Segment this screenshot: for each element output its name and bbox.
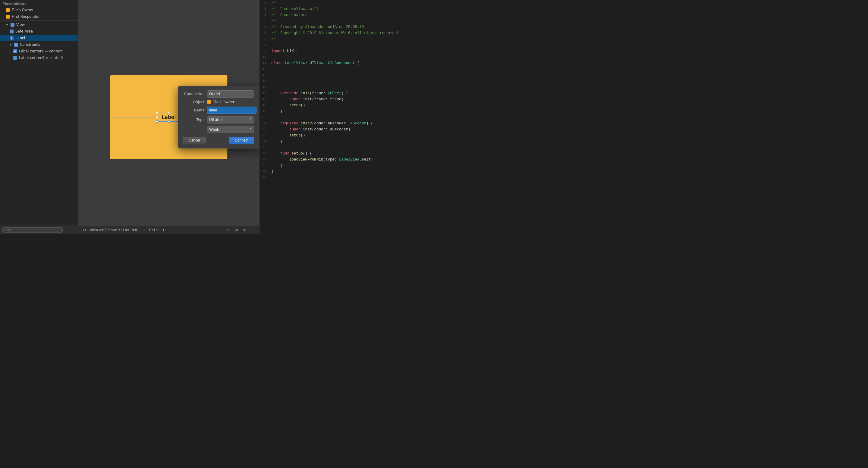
line-content-23: setup() [270,133,434,138]
outlet-dialog: Connection Outlet ⌃ Object File's Owner … [178,86,259,148]
handle-mid-left[interactable] [156,116,158,118]
object-label: Object [183,100,205,104]
connection-select[interactable]: Outlet ⌃ [207,90,254,98]
sidebar-item-view[interactable]: ▼ View [0,22,78,28]
line-content-9: import UIKit [270,48,434,54]
code-token [271,103,289,107]
code-token [271,152,280,156]
line-number-27: 27 [259,157,270,162]
canvas-bottom-bar: ⊡ View as: iPhone Xr (⌘C ⌘R) − 100 % + ⟳… [79,226,259,234]
code-token: // Copyright © 2019 Alexander Weiß. All … [271,31,400,35]
view-as-label: View as: iPhone Xr (⌘C ⌘R) [90,228,138,232]
code-line-7: 7// [259,36,434,42]
filter-input[interactable] [2,227,63,233]
svg-rect-1 [16,44,16,46]
line-number-5: 5 [259,24,270,30]
line-number-12: 12 [259,66,270,72]
code-line-24: 24 } [259,138,434,144]
code-token: class [271,61,285,65]
code-token: (frame: [310,91,328,96]
line-number-16: 16 [259,90,270,96]
connection-value: Outlet [209,92,220,96]
line-number-7: 7 [259,36,270,41]
code-token [271,73,280,77]
line-number-29: 29 [259,169,270,174]
code-token: // [271,37,278,41]
line-number-21: 21 [259,121,270,126]
cancel-button[interactable]: Cancel [183,137,206,144]
code-panel: 1// 2// FeatureView.swift3// Coordinator… [259,0,434,234]
code-token: UIView [310,61,323,65]
main-layout: Placeholders File's Owner First Responde… [0,0,434,234]
disclosure-arrow-2: ▼ [10,43,12,46]
name-input[interactable] [207,107,256,114]
code-line-25: 25 [259,144,434,151]
dialog-buttons: Cancel Connect [183,137,254,144]
safe-area-icon [10,30,13,33]
canvas-tool-2[interactable]: ⊞ [233,227,239,233]
code-token: .init(frame: frame) [301,97,344,101]
code-token: LabelView [285,61,305,65]
handle-top-left[interactable] [156,112,158,114]
code-token: setup [289,133,301,138]
line-number-28: 28 [259,163,270,168]
connect-button[interactable]: Connect [229,137,254,144]
canvas-layout-icon[interactable]: ⊡ [82,227,87,233]
constraint-cx-icon [13,56,17,60]
sidebar-item-files-owner[interactable]: File's Owner [0,7,78,13]
code-line-28: 28 } [259,163,434,169]
zoom-in-button[interactable]: + [160,227,166,233]
line-number-10: 10 [259,54,270,60]
handle-top-mid[interactable] [168,112,170,114]
name-row: Name [183,107,254,114]
line-content-16: override init(frame: CGRect) { [270,90,434,96]
code-token: : [305,61,310,65]
sidebar-item-safe-area[interactable]: Safe Area [0,28,78,35]
line-number-4: 4 [259,18,270,24]
code-editor[interactable]: 1// 2// FeatureView.swift3// Coordinator… [259,0,434,234]
code-token: init? [301,121,312,126]
storage-select[interactable]: Weak ⌃ [207,126,254,133]
code-token: } [271,109,283,113]
canvas-tool-1[interactable]: ⟳ [225,227,231,233]
line-number-20: 20 [259,114,270,120]
object-value-row: File's Owner [207,100,254,104]
code-token: setup [289,103,301,107]
line-number-11: 11 [259,60,270,66]
constraints-label: Constraints [20,42,40,47]
code-token: setup [292,152,303,156]
code-token: // Created by Alexander Weiß on 25.05.19… [271,25,366,29]
storage-row: Weak ⌃ [183,126,254,133]
object-row: Object File's Owner [183,100,254,104]
line-content-6: // Copyright © 2019 Alexander Weiß. All … [270,30,434,36]
sidebar-item-constraint-cy[interactable]: Label.centerY = centerY [0,48,78,55]
line-number-23: 23 [259,133,270,138]
code-line-27: 27 loadViewFromNib(type: LabelView.self) [259,157,434,163]
code-token: // FeatureView.swift [271,7,319,11]
code-token: (coder aDecoder: [312,121,350,126]
handle-bottom-mid[interactable] [168,121,170,123]
line-content-22: super.init(coder: aDecoder) [270,127,434,133]
canvas-tool-3[interactable]: ⊠ [242,227,248,233]
sidebar-item-label[interactable]: L Label [0,35,78,41]
type-select[interactable]: UILabel ⌃ [207,116,254,124]
zoom-out-button[interactable]: − [141,227,147,233]
sidebar-item-constraints[interactable]: ▼ Constraints [0,41,78,48]
sidebar-spacer [0,61,78,226]
line-number-3: 3 [259,12,270,18]
constraint-cx-label: Label.centerX = centerX [19,56,64,60]
code-token: } [271,139,283,144]
sidebar-item-constraint-cx[interactable]: Label.centerX = centerX [0,55,78,61]
canvas-tool-4[interactable]: ⊡ [250,227,256,233]
line-number-19: 19 [259,108,270,114]
code-line-19: 19 } [259,108,434,114]
label-selection[interactable]: Label [157,113,181,122]
sidebar-item-first-responder[interactable]: First Responder [0,13,78,20]
handle-bottom-left[interactable] [156,121,158,123]
code-token: super [271,97,301,101]
code-token: .init(coder: aDecoder) [301,127,350,132]
safe-area-label: Safe Area [16,29,33,33]
line-number-18: 18 [259,102,270,108]
code-line-3: 3// Coordinators [259,12,434,18]
type-label: Type [183,118,205,122]
